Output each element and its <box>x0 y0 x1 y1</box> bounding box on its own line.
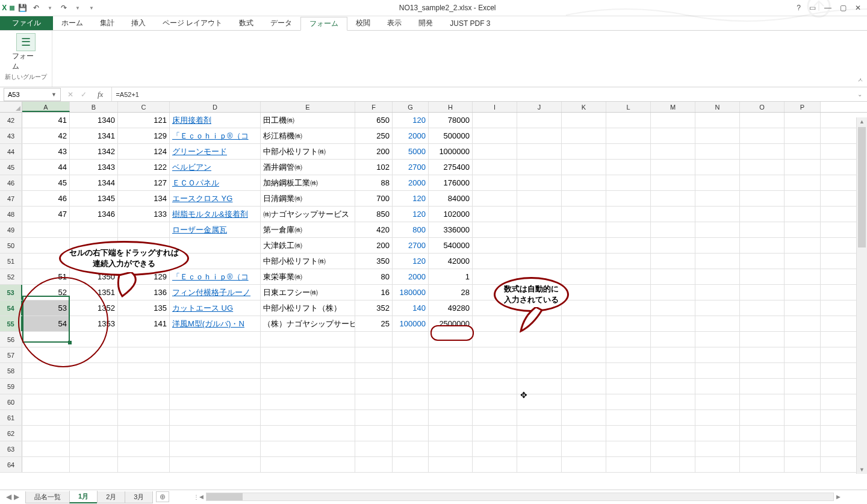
cell[interactable]: 180000 <box>393 285 429 300</box>
cell[interactable] <box>740 332 785 347</box>
vertical-scrollbar[interactable]: ▲ ▼ <box>856 117 867 474</box>
cell[interactable]: 88 <box>355 175 393 190</box>
cell[interactable] <box>785 410 821 425</box>
grid-row[interactable]: 46451344127ＥＣＯパネル加納鋼板工業㈱882000176000 <box>0 175 867 191</box>
cell[interactable] <box>740 113 785 128</box>
cell[interactable]: 28 <box>429 285 473 300</box>
cell[interactable] <box>651 285 695 300</box>
cell[interactable] <box>393 379 429 394</box>
cell[interactable] <box>393 410 429 425</box>
cell[interactable] <box>429 457 473 472</box>
grid-row[interactable]: 515中部小松リフト㈱35012042000 <box>0 254 867 269</box>
cell[interactable] <box>170 238 261 253</box>
cell[interactable]: 16 <box>355 285 393 300</box>
cell[interactable] <box>118 426 170 441</box>
column-header-M[interactable]: M <box>651 102 695 112</box>
row-number[interactable]: 52 <box>0 269 22 284</box>
scroll-down-icon[interactable]: ▼ <box>859 467 865 473</box>
cell[interactable]: 2000 <box>393 128 429 143</box>
cell[interactable] <box>118 457 170 472</box>
cell[interactable] <box>393 426 429 441</box>
cell[interactable] <box>695 191 740 206</box>
cell[interactable]: 東栄事業㈱ <box>261 269 355 284</box>
cell[interactable]: 52 <box>22 285 70 300</box>
cell[interactable] <box>22 457 70 472</box>
row-number[interactable]: 49 <box>0 222 22 237</box>
form-button[interactable]: ☰ フォーム <box>12 33 40 72</box>
cell[interactable] <box>517 316 562 331</box>
cell[interactable] <box>651 426 695 441</box>
cell[interactable] <box>785 300 821 316</box>
cell[interactable] <box>517 191 562 206</box>
cell[interactable] <box>562 410 606 425</box>
cell[interactable] <box>473 379 517 394</box>
cell[interactable] <box>562 332 606 347</box>
cell[interactable]: 1340 <box>70 113 118 128</box>
cell[interactable] <box>785 457 821 472</box>
cell[interactable] <box>740 426 785 441</box>
cell[interactable] <box>517 254 562 269</box>
cell[interactable] <box>22 410 70 425</box>
tab-form[interactable]: フォーム <box>300 17 347 31</box>
row-number[interactable]: 45 <box>0 160 22 175</box>
fill-handle[interactable] <box>68 341 72 344</box>
cell[interactable] <box>355 363 393 378</box>
tab-view[interactable]: 表示 <box>379 16 410 30</box>
cell[interactable] <box>651 316 695 331</box>
cell[interactable]: 「Ｅｃｏｈｉｐ®（コ <box>170 269 261 284</box>
cell[interactable]: 49280 <box>429 300 473 316</box>
cell[interactable] <box>651 300 695 316</box>
cell[interactable] <box>651 457 695 472</box>
cell[interactable] <box>740 410 785 425</box>
add-sheet-button[interactable]: ⊕ <box>156 491 169 502</box>
cell[interactable] <box>261 332 355 347</box>
cell[interactable] <box>606 222 651 237</box>
tab-file[interactable]: ファイル <box>0 16 53 30</box>
cell[interactable] <box>695 207 740 222</box>
cell[interactable]: 53 <box>22 300 70 316</box>
cell[interactable] <box>785 128 821 143</box>
cell[interactable]: 1343 <box>70 160 118 175</box>
cell[interactable] <box>22 238 70 253</box>
sheet-tab-1月[interactable]: 1月 <box>69 491 98 503</box>
cell[interactable] <box>562 144 606 159</box>
grid-row[interactable]: 45441343122ベルビアン酒井鋼管㈱1022700275400 <box>0 160 867 175</box>
cell[interactable] <box>393 347 429 362</box>
cell[interactable] <box>606 269 651 284</box>
cell[interactable] <box>695 222 740 237</box>
cell[interactable] <box>70 394 118 409</box>
scroll-up-icon[interactable]: ▲ <box>859 119 865 125</box>
cell[interactable] <box>429 332 473 347</box>
sheet-nav-prev-icon[interactable]: ◀ <box>6 493 11 501</box>
grid-row[interactable]: 58 <box>0 363 867 379</box>
cell[interactable] <box>651 410 695 425</box>
redo-icon[interactable]: ↷ <box>57 1 70 14</box>
cell[interactable] <box>517 379 562 394</box>
column-header-B[interactable]: B <box>70 102 118 112</box>
cell[interactable] <box>651 160 695 175</box>
cell[interactable] <box>22 363 70 378</box>
cell[interactable]: 中部小松リフト（株） <box>261 300 355 316</box>
undo-dropdown-icon[interactable]: ▼ <box>43 1 57 14</box>
scroll-thumb[interactable] <box>858 127 866 247</box>
cell[interactable] <box>606 363 651 378</box>
cell[interactable] <box>695 441 740 456</box>
tab-formulas[interactable]: 数式 <box>231 16 262 30</box>
cell[interactable]: 350 <box>355 254 393 269</box>
cell[interactable]: 275400 <box>429 160 473 175</box>
cell[interactable]: 中部小松リフト㈱ <box>261 144 355 159</box>
cell[interactable]: 日東エフシー㈱ <box>261 285 355 300</box>
cell[interactable] <box>740 300 785 316</box>
cell[interactable]: カットエース UG <box>170 300 261 316</box>
cell[interactable]: ㈱ナゴヤシップサービス <box>261 207 355 222</box>
sheet-tab-3月[interactable]: 3月 <box>125 491 153 503</box>
cell[interactable]: 54 <box>22 316 70 331</box>
cell[interactable] <box>118 222 170 237</box>
cell[interactable] <box>22 394 70 409</box>
cell[interactable]: 336000 <box>429 222 473 237</box>
cell[interactable] <box>473 332 517 347</box>
cell[interactable] <box>473 394 517 409</box>
cell[interactable] <box>651 113 695 128</box>
cell[interactable]: 120 <box>393 207 429 222</box>
column-header-E[interactable]: E <box>261 102 355 112</box>
